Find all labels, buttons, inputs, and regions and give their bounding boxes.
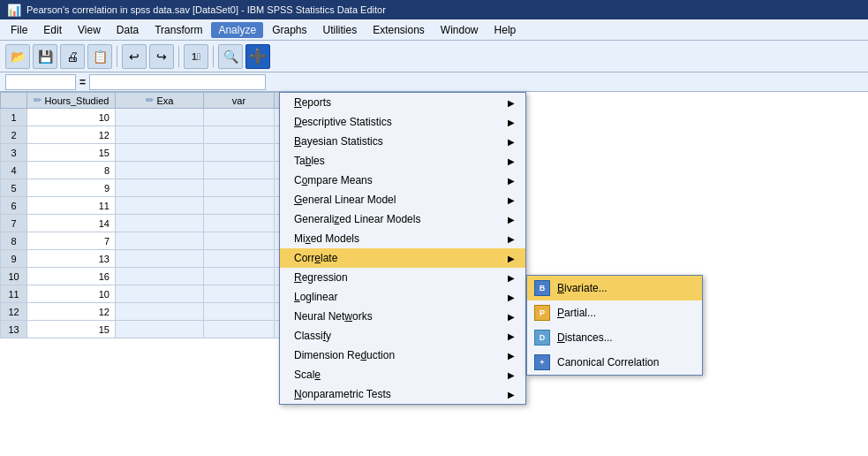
exam-cell[interactable]: [116, 126, 204, 144]
hours-studied-cell[interactable]: 14: [27, 215, 116, 232]
menu-descriptive-statistics[interactable]: Descriptive Statistics▶: [280, 112, 525, 132]
submenu-canonical-correlation[interactable]: + Canonical Correlation: [527, 350, 702, 375]
open-button[interactable]: 📂: [5, 44, 30, 69]
var-cell-1: [204, 321, 275, 338]
row-number: 1: [1, 109, 27, 126]
exam-cell[interactable]: [116, 197, 204, 215]
menu-loglinear[interactable]: Loglinear▶: [280, 287, 525, 307]
submenu-distances[interactable]: D Distances...: [527, 325, 702, 350]
hours-studied-cell[interactable]: 10: [27, 109, 116, 126]
analyze-dropdown-menu: Reports▶ Descriptive Statistics▶ Bayesia…: [279, 92, 526, 405]
undo-button[interactable]: ↩: [122, 44, 147, 69]
menu-general-linear-model[interactable]: General Linear Model▶: [280, 190, 525, 209]
var-cell-1: [204, 109, 275, 126]
partial-label: Partial...: [557, 307, 596, 319]
separator-2: [178, 46, 179, 67]
menu-file[interactable]: File: [4, 22, 34, 38]
exam-cell[interactable]: [116, 109, 204, 126]
menu-nonparametric-tests[interactable]: Nonparametric Tests▶: [280, 384, 525, 404]
cell-value-input[interactable]: [89, 74, 266, 90]
submenu-bivariate[interactable]: B Bivariate...: [527, 276, 702, 300]
hours-studied-cell[interactable]: 9: [27, 179, 116, 197]
hours-studied-cell[interactable]: 7: [27, 232, 116, 250]
print-button[interactable]: 🖨: [60, 44, 85, 69]
exam-cell[interactable]: [116, 144, 204, 162]
exam-cell[interactable]: [116, 285, 204, 303]
redo-button[interactable]: ↪: [149, 44, 174, 69]
menu-edit[interactable]: Edit: [36, 22, 69, 38]
menu-reports[interactable]: Reports▶: [280, 93, 525, 112]
correlate-submenu: B Bivariate... P Partial... D Distances.…: [526, 275, 703, 376]
hours-studied-cell[interactable]: 13: [27, 250, 116, 268]
menu-dimension-reduction[interactable]: Dimension Reduction▶: [280, 346, 525, 365]
value-labels-button[interactable]: 1⃣: [184, 44, 208, 69]
hours-studied-cell[interactable]: 11: [27, 197, 116, 215]
hours-studied-cell[interactable]: 16: [27, 268, 116, 285]
pencil-icon-2: ✏: [146, 95, 154, 106]
exam-cell[interactable]: [116, 232, 204, 250]
hours-studied-cell[interactable]: 12: [27, 303, 116, 321]
find-button[interactable]: 🔍: [218, 44, 243, 69]
partial-icon: P: [534, 305, 550, 321]
menu-data[interactable]: Data: [109, 22, 146, 38]
add-cases-button[interactable]: ➕: [245, 44, 270, 69]
var-cell-1: [204, 126, 275, 144]
var-cell-1: [204, 268, 275, 285]
row-number: 12: [1, 303, 27, 321]
menu-extensions[interactable]: Extensions: [366, 22, 432, 38]
hours-studied-cell[interactable]: 8: [27, 162, 116, 179]
col-hours-studied[interactable]: ✏ Hours_Studied: [27, 93, 116, 109]
import-button[interactable]: 📋: [87, 44, 112, 69]
exam-cell[interactable]: [116, 250, 204, 268]
exam-cell[interactable]: [116, 321, 204, 338]
var-cell-1: [204, 232, 275, 250]
var-cell-1: [204, 162, 275, 179]
menu-classify[interactable]: Classify▶: [280, 326, 525, 346]
exam-cell[interactable]: [116, 303, 204, 321]
row-number: 8: [1, 232, 27, 250]
menu-transform[interactable]: Transform: [147, 22, 209, 38]
exam-cell[interactable]: [116, 162, 204, 179]
menu-correlate[interactable]: Correlate▶: [280, 248, 525, 268]
row-number: 5: [1, 179, 27, 197]
exam-cell[interactable]: [116, 179, 204, 197]
canonical-label: Canonical Correlation: [557, 356, 659, 369]
menu-mixed-models[interactable]: Mixed Models▶: [280, 229, 525, 248]
menu-scale[interactable]: Scale▶: [280, 365, 525, 384]
title-text: Pearson's correlation in spss data.sav […: [26, 4, 386, 15]
bivariate-icon: B: [534, 280, 550, 296]
exam-cell[interactable]: [116, 268, 204, 285]
distances-label: Distances...: [557, 331, 613, 344]
distances-icon: D: [534, 330, 550, 346]
menu-utilities[interactable]: Utilities: [315, 22, 364, 38]
hours-studied-cell[interactable]: 15: [27, 144, 116, 162]
row-number: 10: [1, 268, 27, 285]
equals-sign: =: [79, 76, 86, 88]
save-button[interactable]: 💾: [33, 44, 57, 69]
menu-regression[interactable]: Regression▶: [280, 268, 525, 287]
menu-window[interactable]: Window: [434, 22, 486, 38]
canonical-icon: +: [534, 354, 550, 370]
cell-reference-input[interactable]: [5, 74, 76, 90]
menu-view[interactable]: View: [71, 22, 108, 38]
hours-studied-cell[interactable]: 15: [27, 321, 116, 338]
submenu-partial[interactable]: P Partial...: [527, 300, 702, 325]
exam-cell[interactable]: [116, 215, 204, 232]
hours-studied-cell[interactable]: 10: [27, 285, 116, 303]
row-number: 6: [1, 197, 27, 215]
menu-generalized-linear-models[interactable]: Generalized Linear Models▶: [280, 209, 525, 229]
variable-bar: =: [0, 72, 868, 92]
hours-studied-cell[interactable]: 12: [27, 126, 116, 144]
row-number: 4: [1, 162, 27, 179]
menu-analyze[interactable]: Analyze: [211, 22, 263, 38]
menu-compare-means[interactable]: Compare Means▶: [280, 171, 525, 190]
menu-neural-networks[interactable]: Neural Networks▶: [280, 307, 525, 326]
menu-help[interactable]: Help: [487, 22, 524, 38]
menu-tables[interactable]: Tables▶: [280, 151, 525, 171]
row-number: 3: [1, 144, 27, 162]
menu-bayesian-statistics[interactable]: Bayesian Statistics▶: [280, 132, 525, 151]
col-exam[interactable]: ✏ Exa: [116, 93, 204, 109]
var-cell-1: [204, 197, 275, 215]
separator-3: [213, 46, 214, 67]
menu-graphs[interactable]: Graphs: [265, 22, 313, 38]
